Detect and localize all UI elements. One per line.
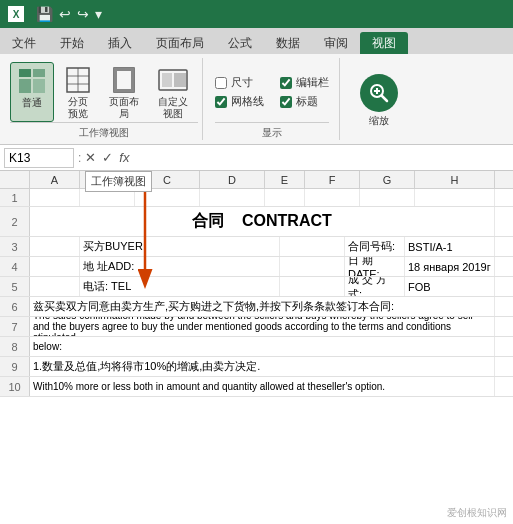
cell-item1-en[interactable]: With10% more or less both in amount and … [30, 377, 495, 396]
cell-date-label: 日 期DATE: [345, 257, 405, 276]
table-row: 5 电话: TEL 成 交 方 式: FOB [0, 277, 513, 297]
show-group-label: 显示 [215, 122, 329, 140]
excel-icon: X [8, 6, 24, 22]
svg-rect-1 [33, 69, 45, 77]
zoom-label: 缩放 [369, 114, 389, 128]
gridlines-checkbox[interactable] [215, 96, 227, 108]
cell-fob-label: 成 交 方 式: [345, 277, 405, 296]
cell-contract-val[interactable]: BSTI/A-1 [405, 237, 495, 256]
tab-data[interactable]: 数据 [264, 32, 312, 54]
tab-formula[interactable]: 公式 [216, 32, 264, 54]
formula-icons: ✕ ✓ fx [85, 150, 129, 165]
cell-item1-cn[interactable]: 1.数量及总值,均将得市10%的增减,由卖方决定. [30, 357, 495, 376]
col-header-f: F [305, 171, 360, 188]
formula-separator: : [78, 151, 81, 165]
formula-bar-label: 编辑栏 [296, 75, 329, 90]
col-header-h: H [415, 171, 495, 188]
table-row: 10 With10% more or less both in amount a… [0, 377, 513, 397]
ruler-label: 尺寸 [231, 75, 253, 90]
cell-a3[interactable] [30, 237, 80, 256]
cell-address[interactable]: 地 址ADD: [80, 257, 280, 276]
tab-review[interactable]: 审阅 [312, 32, 360, 54]
tab-insert[interactable]: 插入 [96, 32, 144, 54]
confirm-formula-icon[interactable]: ✓ [102, 150, 113, 165]
row-num-9: 9 [0, 357, 30, 376]
ruler-checkbox[interactable] [215, 77, 227, 89]
cell-e4[interactable] [280, 257, 345, 276]
table-row: 3 买方BUYER: 合同号码: BSTI/A-1 [0, 237, 513, 257]
ruler-checkbox-row[interactable]: 尺寸 [215, 75, 264, 90]
ribbon-panel: 普通 分页 预览 [0, 54, 513, 145]
normal-view-label: 普通 [22, 97, 42, 109]
more-icon[interactable]: ▾ [95, 6, 102, 22]
spreadsheet-container: 工作簿视图 A B C D E F G H 1 2 合同 [0, 171, 513, 397]
cell-d1[interactable] [200, 189, 265, 206]
cell-a4[interactable] [30, 257, 80, 276]
row-num-1: 1 [0, 189, 30, 206]
cell-fob-val[interactable]: FOB [405, 277, 495, 296]
page-layout-label: 页面布局 [108, 96, 140, 120]
cell-g1[interactable] [360, 189, 415, 206]
page-break-icon [62, 64, 94, 96]
cell-note-en-2[interactable]: below: [30, 337, 495, 356]
undo-icon[interactable]: ↩ [59, 6, 71, 22]
cell-a1[interactable] [30, 189, 80, 206]
page-break-label: 分页 预览 [68, 96, 88, 120]
row-num-4: 4 [0, 257, 30, 276]
tab-home[interactable]: 开始 [48, 32, 96, 54]
cell-h1[interactable] [415, 189, 495, 206]
svg-rect-3 [33, 79, 45, 93]
col-header-e: E [265, 171, 305, 188]
page-layout-button[interactable]: 页面布局 [102, 62, 146, 122]
redo-icon[interactable]: ↪ [77, 6, 89, 22]
cancel-formula-icon[interactable]: ✕ [85, 150, 96, 165]
table-row: 9 1.数量及总值,均将得市10%的增减,由卖方决定. [0, 357, 513, 377]
zoom-button[interactable]: 缩放 [350, 70, 408, 132]
headings-checkbox-row[interactable]: 标题 [280, 94, 329, 109]
gridlines-checkbox-row[interactable]: 网格线 [215, 94, 264, 109]
row-num-6: 6 [0, 297, 30, 316]
cell-reference-input[interactable] [4, 148, 74, 168]
column-headers: A B C D E F G H [0, 171, 513, 189]
tab-view[interactable]: 视图 [360, 32, 408, 54]
save-icon[interactable]: 💾 [36, 6, 53, 22]
cell-note-cn[interactable]: 兹买卖双方同意由卖方生产,买方购进之下货物,并按下列条条款签订本合同: [30, 297, 495, 316]
workbook-view-tooltip: 工作簿视图 [85, 171, 152, 192]
sheet-rows: 1 2 合同 CONTRACT 3 买方BUYER: 合同号码: BST [0, 189, 513, 397]
svg-rect-12 [131, 68, 134, 92]
fx-icon[interactable]: fx [119, 150, 129, 165]
formula-bar-checkbox-row[interactable]: 编辑栏 [280, 75, 329, 90]
cell-f1[interactable] [305, 189, 360, 206]
formula-bar-checkbox[interactable] [280, 77, 292, 89]
cell-date-val[interactable]: 18 января 2019г [405, 257, 495, 276]
formula-input[interactable] [133, 151, 509, 165]
ribbon-tabs: 文件 开始 插入 页面布局 公式 数据 审阅 视图 [0, 28, 513, 54]
custom-view-label: 自定义视图 [154, 96, 192, 120]
title-cell[interactable]: 合同 CONTRACT [30, 207, 495, 236]
table-row: 4 地 址ADD: 日 期DATE: 18 января 2019г [0, 257, 513, 277]
normal-view-button[interactable]: 普通 [10, 62, 54, 122]
svg-rect-0 [19, 69, 31, 77]
col-header-g: G [360, 171, 415, 188]
formula-bar: : ✕ ✓ fx [0, 145, 513, 171]
watermark: 爱创根知识网 [447, 506, 507, 520]
row-num-10: 10 [0, 377, 30, 396]
table-row: 7 The sales confirmation made by and bet… [0, 317, 513, 337]
tab-page-layout[interactable]: 页面布局 [144, 32, 216, 54]
cell-note-en-1[interactable]: The sales confirmation made by and betwe… [30, 317, 495, 336]
row-num-3: 3 [0, 237, 30, 256]
cell-e5[interactable] [280, 277, 345, 296]
cell-e1[interactable] [265, 189, 305, 206]
zoom-icon [360, 74, 398, 112]
custom-view-button[interactable]: 自定义视图 [148, 62, 198, 122]
cell-tel[interactable]: 电话: TEL [80, 277, 280, 296]
cell-e3[interactable] [280, 237, 345, 256]
tab-file[interactable]: 文件 [0, 32, 48, 54]
headings-checkbox[interactable] [280, 96, 292, 108]
custom-view-icon [157, 64, 189, 96]
page-break-button[interactable]: 分页 预览 [56, 62, 100, 122]
workbook-view-group-label: 工作簿视图 [10, 122, 198, 140]
cell-buyer[interactable]: 买方BUYER: [80, 237, 280, 256]
table-row: 2 合同 CONTRACT [0, 207, 513, 237]
cell-a5[interactable] [30, 277, 80, 296]
